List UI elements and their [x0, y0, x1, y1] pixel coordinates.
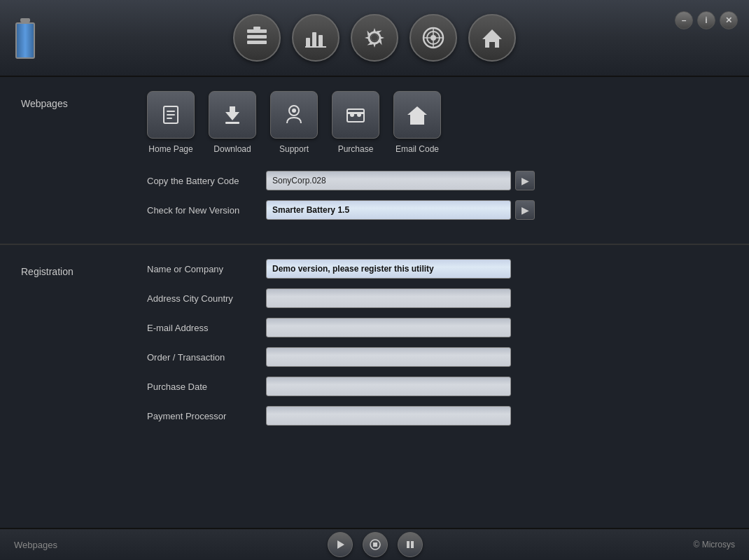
check-version-row: Check for New Version ▶	[147, 200, 728, 220]
purchase-icon-btn[interactable]	[332, 91, 379, 139]
support-label: Support	[279, 144, 309, 154]
reg-name-input[interactable]	[266, 259, 511, 279]
webpages-label: Webpages	[0, 77, 140, 244]
svg-rect-7	[305, 46, 326, 48]
webpage-item-support[interactable]: Support	[270, 91, 318, 154]
svg-rect-19	[167, 114, 175, 115]
reg-payment-input[interactable]	[266, 406, 511, 426]
pause-btn[interactable]	[398, 532, 423, 557]
svg-rect-2	[247, 41, 267, 44]
svg-rect-0	[247, 29, 267, 33]
webpage-item-download[interactable]: Download	[209, 91, 256, 154]
reg-payment-label: Payment Processor	[147, 411, 266, 421]
titlebar-controls: – i ✕	[675, 11, 738, 29]
reg-name-row: Name or Company	[147, 259, 728, 279]
reg-order-row: Order / Transaction	[147, 347, 728, 367]
webpage-item-homepage[interactable]: Home Page	[147, 91, 195, 154]
svg-rect-1	[247, 35, 267, 38]
reg-date-label: Purchase Date	[147, 382, 266, 392]
minimize-btn[interactable]: –	[675, 11, 693, 29]
webpages-section: Webpages Home Pag	[0, 77, 749, 244]
svg-rect-18	[167, 111, 175, 112]
svg-marker-30	[337, 540, 344, 549]
copy-battery-input-wrapper: ▶	[266, 171, 535, 190]
reg-order-input[interactable]	[266, 347, 511, 367]
reg-email-row: E-mail Address	[147, 318, 728, 337]
check-version-btn[interactable]: ▶	[515, 200, 535, 220]
reg-payment-wrapper	[266, 406, 511, 426]
svg-rect-22	[225, 122, 239, 124]
copy-battery-label: Copy the Battery Code	[147, 176, 266, 186]
svg-rect-4	[306, 38, 310, 48]
home-btn[interactable]	[468, 14, 516, 62]
reg-order-label: Order / Transaction	[147, 352, 266, 363]
download-label: Download	[214, 144, 251, 154]
svg-rect-25	[347, 109, 364, 122]
svg-rect-33	[407, 541, 410, 548]
homepage-label: Home Page	[148, 144, 192, 154]
svg-rect-6	[318, 35, 323, 48]
reg-address-row: Address City Country	[147, 288, 728, 308]
play-btn[interactable]	[328, 532, 353, 557]
svg-marker-29	[407, 106, 427, 125]
reg-address-wrapper	[266, 288, 511, 308]
target-btn[interactable]	[410, 14, 457, 62]
registration-section: Registration Name or Company Address Cit…	[0, 244, 749, 449]
close-btn[interactable]: ✕	[720, 11, 738, 29]
webpages-content: Home Page Download	[140, 77, 749, 244]
stats-btn[interactable]	[292, 14, 340, 62]
battery-body	[15, 22, 35, 59]
emailcode-icon-btn[interactable]	[393, 91, 441, 139]
webpage-icons: Home Page Download	[147, 91, 728, 154]
stop-btn[interactable]	[363, 532, 388, 557]
battery-list-btn[interactable]	[233, 14, 281, 62]
registration-content: Name or Company Address City Country E-m…	[140, 245, 749, 449]
support-icon-btn[interactable]	[270, 91, 318, 139]
reg-date-row: Purchase Date	[147, 377, 728, 396]
emailcode-label: Email Code	[396, 144, 439, 154]
bottom-left-text: Webpages	[14, 540, 57, 550]
svg-marker-16	[482, 29, 502, 48]
reg-date-input[interactable]	[266, 377, 511, 396]
main-content: Webpages Home Pag	[0, 77, 749, 528]
reg-address-input[interactable]	[266, 288, 511, 308]
bottom-controls	[328, 532, 423, 557]
webpage-item-purchase[interactable]: Purchase	[332, 91, 379, 154]
bottom-right-text: © Microsys	[693, 540, 735, 550]
battery-icon	[14, 17, 36, 59]
svg-rect-34	[411, 541, 414, 548]
svg-rect-32	[373, 542, 377, 547]
reg-email-input[interactable]	[266, 318, 511, 337]
svg-rect-20	[167, 118, 172, 119]
svg-rect-28	[347, 112, 364, 114]
reg-order-wrapper	[266, 347, 511, 367]
reg-email-wrapper	[266, 318, 511, 337]
reg-date-wrapper	[266, 377, 511, 396]
purchase-label: Purchase	[338, 144, 374, 154]
check-version-input-wrapper: ▶	[266, 200, 535, 220]
copy-battery-row: Copy the Battery Code ▶	[147, 171, 728, 190]
svg-point-10	[371, 34, 378, 41]
copy-battery-btn[interactable]: ▶	[515, 171, 535, 190]
reg-payment-row: Payment Processor	[147, 406, 728, 426]
titlebar-nav	[233, 14, 516, 62]
settings-btn[interactable]	[351, 14, 398, 62]
bottom-bar: Webpages © Microsys	[0, 528, 749, 560]
check-version-input[interactable]	[266, 200, 511, 220]
check-version-label: Check for New Version	[147, 205, 266, 216]
reg-name-wrapper	[266, 259, 511, 279]
reg-address-label: Address City Country	[147, 293, 266, 304]
info-btn[interactable]: i	[697, 11, 715, 29]
webpage-item-emailcode[interactable]: Email Code	[393, 91, 441, 154]
svg-rect-3	[253, 27, 260, 29]
titlebar: – i ✕	[0, 0, 749, 77]
copy-battery-input[interactable]	[266, 171, 511, 190]
titlebar-left	[14, 17, 36, 59]
download-icon-btn[interactable]	[209, 91, 256, 139]
svg-marker-21	[225, 106, 239, 120]
svg-rect-5	[312, 32, 316, 48]
homepage-icon-btn[interactable]	[147, 91, 195, 139]
svg-point-24	[292, 108, 296, 113]
registration-label: Registration	[0, 245, 140, 449]
reg-email-label: E-mail Address	[147, 323, 266, 333]
